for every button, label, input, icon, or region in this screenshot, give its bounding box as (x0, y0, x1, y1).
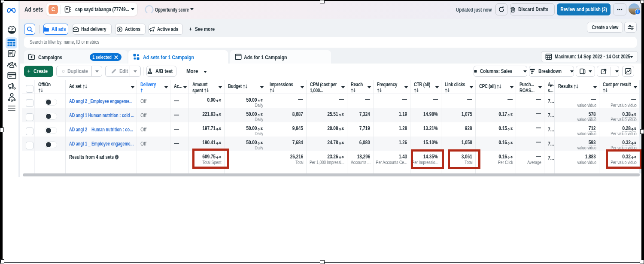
svg-text:--: -- (148, 8, 151, 12)
